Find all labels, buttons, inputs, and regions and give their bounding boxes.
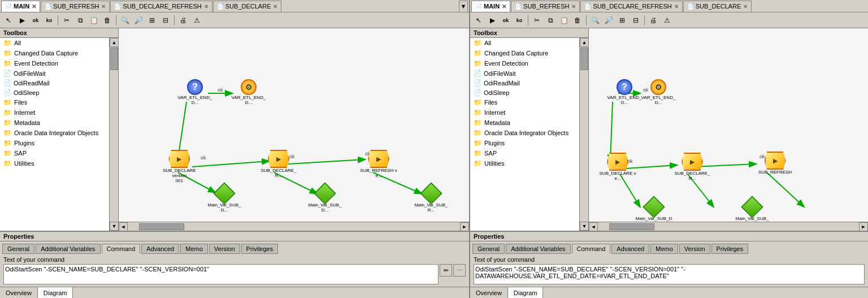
left-node-start[interactable]: ? VAR_ETL_END_D... <box>175 79 215 105</box>
right-toolbar-cut[interactable]: ✂ <box>531 14 543 27</box>
left-toolbar-ko[interactable]: ko <box>43 14 55 27</box>
left-bottom-tab-overview[interactable]: Overview <box>0 287 38 298</box>
left-node-sub-refresh[interactable]: ▶ SUB_REFRESH ve... <box>359 150 398 178</box>
right-node-var1[interactable]: Main_Var_SUB_DECLAREversion 001 <box>634 199 674 222</box>
right-tab-sub-declare[interactable]: 📄 SUB_DECLARE ✕ <box>683 1 752 12</box>
left-prop-command-textarea[interactable] <box>3 264 439 284</box>
left-toolbox-item-cdc[interactable]: 📁 Changed Data Capture <box>0 48 109 58</box>
left-tab-dropdown[interactable]: ▼ <box>459 1 468 12</box>
left-hscroll-left[interactable]: ◄ <box>119 222 128 231</box>
left-hscroll-right[interactable]: ► <box>460 222 469 231</box>
right-toolbox-item-utilities[interactable]: 📁 Utilities <box>470 158 579 169</box>
left-toolbar-run[interactable]: ▶ <box>16 14 28 27</box>
right-toolbox-item-odisleep[interactable]: 📄 OdiSleep <box>470 88 579 97</box>
left-toolbar-delete[interactable]: 🗑 <box>101 14 114 27</box>
left-prop-tab-general[interactable]: General <box>2 244 34 254</box>
right-toolbar-copy[interactable]: ⧉ <box>544 14 557 27</box>
right-node-end[interactable]: ⚙ VAR_ETL_END_D... <box>639 79 678 105</box>
right-toolbar-pointer[interactable]: ↖ <box>472 14 485 27</box>
right-toolbox-item-cdc[interactable]: 📁 Changed Data Capture <box>470 48 579 58</box>
right-toolbar-print[interactable]: 🖨 <box>647 14 659 27</box>
right-bottom-tab-overview[interactable]: Overview <box>470 287 508 298</box>
left-toolbox-item-plugins[interactable]: 📁 Plugins <box>0 138 109 148</box>
right-scroll-up[interactable]: ▲ <box>580 38 588 47</box>
left-tab-sub-refresh-close[interactable]: ✕ <box>101 3 106 10</box>
right-bottom-tab-diagram[interactable]: Diagram <box>508 287 544 298</box>
left-tab-sub-declare[interactable]: 📄 SUB_DECLARE ✕ <box>213 1 282 12</box>
right-node-declare[interactable]: ▶ SUB_DECLARE ve... <box>598 153 637 181</box>
right-node-sub-refresh[interactable]: ▶ SUB_REFRESH <box>758 152 792 175</box>
left-hscroll-thumb[interactable] <box>139 223 184 230</box>
left-prop-tab-version[interactable]: Version <box>209 244 240 254</box>
left-toolbox-item-sap[interactable]: 📁 SAP <box>0 148 109 158</box>
right-toolbox-item-all[interactable]: 📁 All <box>470 38 579 48</box>
right-toolbox-item-odifilewait[interactable]: 📄 OdiFileWait <box>470 68 579 78</box>
left-toolbar-grid[interactable]: ⊟ <box>159 14 172 27</box>
right-toolbar-fit[interactable]: ⊞ <box>616 14 628 27</box>
left-tab-main-close[interactable]: ✕ <box>32 3 36 10</box>
right-hscroll-right[interactable]: ► <box>859 222 868 231</box>
left-toolbox-item-metadata[interactable]: 📁 Metadata <box>0 118 109 128</box>
left-toolbox-item-utilities[interactable]: 📁 Utilities <box>0 158 109 169</box>
right-hscroll-thumb[interactable] <box>609 223 654 230</box>
right-tab-sub-declare-refresh-close[interactable]: ✕ <box>674 3 679 10</box>
left-toolbar-fit[interactable]: ⊞ <box>146 14 158 27</box>
left-toolbox-item-all[interactable]: 📁 All <box>0 38 109 48</box>
right-tab-sub-declare-refresh[interactable]: 📄 SUB_DECLARE_REFRESH ✕ <box>580 1 682 12</box>
left-bottom-tab-diagram[interactable]: Diagram <box>38 287 73 298</box>
right-toolbar-warn[interactable]: ⚠ <box>661 14 673 27</box>
left-scroll-down[interactable]: ▼ <box>110 222 118 231</box>
right-toolbox-item-files[interactable]: 📁 Files <box>470 97 579 107</box>
right-prop-tab-general[interactable]: General <box>472 244 505 254</box>
left-toolbar-paste[interactable]: 📋 <box>88 14 100 27</box>
right-tab-sub-refresh-close[interactable]: ✕ <box>571 3 576 10</box>
left-tab-sub-declare-refresh-close[interactable]: ✕ <box>204 3 209 10</box>
right-toolbar-zoomin[interactable]: 🔍 <box>589 14 601 27</box>
left-prop-tab-command[interactable]: Command <box>102 244 141 254</box>
left-prop-edit-btn[interactable]: ✏ <box>440 264 452 277</box>
left-node-var1[interactable]: Main_Var_SUB_D... <box>205 185 244 213</box>
left-node-declare-r[interactable]: ▶ SUB_DECLARE_R... <box>259 150 298 178</box>
right-toolbar-ko[interactable]: ko <box>513 14 526 27</box>
left-toolbox-item-event[interactable]: 📁 Event Detection <box>0 58 109 68</box>
right-scroll-thumb[interactable] <box>580 47 588 70</box>
left-node-declare[interactable]: ▶ SUB_DECLAREversion001 <box>163 150 196 183</box>
right-prop-tab-command[interactable]: Command <box>572 244 611 254</box>
left-toolbox-item-odireadmail[interactable]: 📄 OdiReadMail <box>0 78 109 88</box>
right-prop-command-textarea[interactable] <box>474 264 865 284</box>
left-node-var2[interactable]: Main_Var_SUB_D... <box>305 185 345 213</box>
left-tab-sub-declare-refresh[interactable]: 📄 SUB_DECLARE_REFRESH ✕ <box>110 1 212 12</box>
right-prop-tab-privileges[interactable]: Privileges <box>711 244 749 254</box>
right-toolbar-grid[interactable]: ⊟ <box>630 14 642 27</box>
right-toolbox-item-metadata[interactable]: 📁 Metadata <box>470 118 579 128</box>
right-toolbox-item-internet[interactable]: 📁 Internet <box>470 107 579 118</box>
right-toolbox-item-event[interactable]: 📁 Event Detection <box>470 58 579 68</box>
left-prop-dots-btn[interactable]: ⋯ <box>453 264 466 277</box>
left-toolbox-item-files[interactable]: 📁 Files <box>0 97 109 107</box>
right-toolbar-zoomout[interactable]: 🔎 <box>602 14 615 27</box>
left-toolbar-print[interactable]: 🖨 <box>177 14 189 27</box>
left-toolbox-item-odisleep[interactable]: 📄 OdiSleep <box>0 88 109 97</box>
right-prop-tab-version[interactable]: Version <box>679 244 710 254</box>
left-toolbar-zoomout[interactable]: 🔎 <box>132 14 145 27</box>
left-toolbox-item-internet[interactable]: 📁 Internet <box>0 107 109 118</box>
left-tab-sub-refresh[interactable]: 📄 SUB_REFRESH ✕ <box>41 1 110 12</box>
left-toolbox-item-odifilewait[interactable]: 📄 OdiFileWait <box>0 68 109 78</box>
left-prop-tab-memo[interactable]: Memo <box>180 244 208 254</box>
left-toolbar-zoomin[interactable]: 🔍 <box>119 14 131 27</box>
right-canvas[interactable]: ok ok ok ok ok ? VAR_ETL_END_D... ⚙ <box>589 28 868 222</box>
right-scroll-down[interactable]: ▼ <box>580 222 588 231</box>
right-toolbox-item-odireadmail[interactable]: 📄 OdiReadMail <box>470 78 579 88</box>
right-node-var2[interactable]: Main_Var_SUB_D... <box>732 199 772 222</box>
right-prop-tab-advanced[interactable]: Advanced <box>611 244 649 254</box>
left-scroll-thumb[interactable] <box>110 47 118 70</box>
right-tab-main-close[interactable]: ✕ <box>502 3 506 10</box>
right-tab-main[interactable]: 📄 MAIN ✕ <box>471 1 510 12</box>
left-toolbar-pointer[interactable]: ↖ <box>2 14 15 27</box>
left-toolbar-copy[interactable]: ⧉ <box>74 14 86 27</box>
right-hscroll-left[interactable]: ◄ <box>589 222 598 231</box>
right-node-declare-r[interactable]: ▶ SUB_DECLARE_R... <box>672 153 712 181</box>
left-tab-sub-declare-close[interactable]: ✕ <box>273 3 277 10</box>
left-toolbar-warn[interactable]: ⚠ <box>190 14 203 27</box>
left-prop-tab-additional-variables[interactable]: Additional Variables <box>36 244 100 254</box>
